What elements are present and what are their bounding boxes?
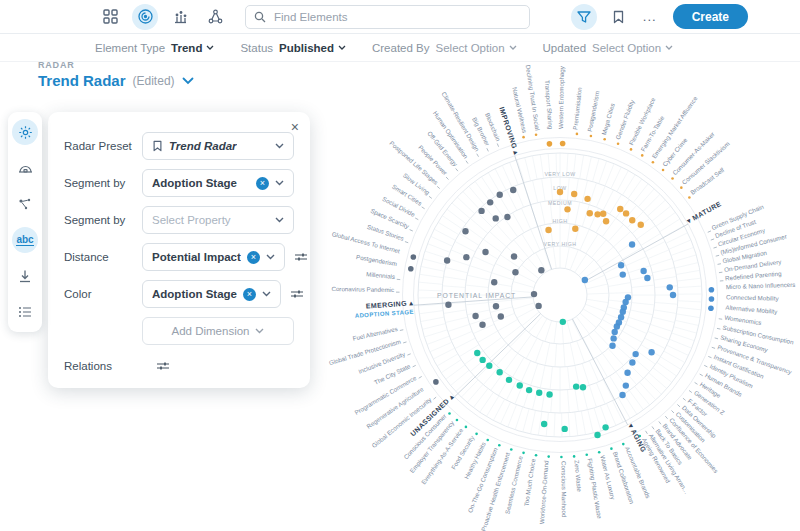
trend-dot[interactable] <box>493 303 499 309</box>
settings-gear-icon[interactable] <box>12 119 38 145</box>
trend-dot[interactable] <box>472 313 478 319</box>
labels-abc-icon[interactable]: abc <box>12 227 38 253</box>
radar-item-label[interactable]: Millennials <box>366 270 395 280</box>
sliders-icon[interactable] <box>290 288 304 300</box>
title-chevron-down-icon[interactable] <box>182 77 194 85</box>
trend-dot[interactable] <box>526 387 532 393</box>
trend-dot[interactable] <box>632 351 638 357</box>
trend-dot[interactable] <box>487 199 493 205</box>
trend-dot[interactable] <box>670 292 676 298</box>
trend-dot[interactable] <box>640 268 646 274</box>
trend-dot[interactable] <box>620 309 626 315</box>
trend-dot[interactable] <box>587 210 593 216</box>
trend-dot[interactable] <box>496 369 502 375</box>
search-input[interactable] <box>272 10 521 24</box>
radar-item-label[interactable]: Postgenderism <box>356 253 398 267</box>
trend-dot[interactable] <box>445 302 451 308</box>
clear-icon[interactable]: × <box>247 251 260 264</box>
radar-item-label[interactable]: Water As Luxury <box>599 455 617 501</box>
trend-dot[interactable] <box>624 370 630 376</box>
trend-dot[interactable] <box>546 391 552 397</box>
trend-dot[interactable] <box>560 319 566 325</box>
trend-dot[interactable] <box>603 218 609 224</box>
radar-item-label[interactable]: Too Much Choice <box>522 458 536 507</box>
trend-dot[interactable] <box>580 384 586 390</box>
trend-dot[interactable] <box>618 262 624 268</box>
radar-item-label[interactable]: Micro & Nano Influencers <box>726 281 796 290</box>
trend-dot[interactable] <box>594 211 600 217</box>
filter-created-by[interactable]: Created By Select Option <box>372 42 517 54</box>
apps-grid-icon[interactable] <box>97 4 123 30</box>
trend-dot[interactable] <box>506 377 512 383</box>
trend-dot[interactable] <box>545 227 551 233</box>
close-icon[interactable]: × <box>291 120 299 134</box>
trend-dot[interactable] <box>504 214 510 220</box>
trend-dot[interactable] <box>572 226 578 232</box>
color-select[interactable]: Adoption Stage × <box>142 280 281 308</box>
create-button[interactable]: Create <box>673 4 748 29</box>
trend-dot[interactable] <box>479 357 485 363</box>
radar-preset-select[interactable]: Trend Radar <box>142 132 294 160</box>
trend-dot[interactable] <box>517 382 523 388</box>
radar-view-icon[interactable] <box>12 155 38 181</box>
trend-dot[interactable] <box>531 291 537 297</box>
trend-dot[interactable] <box>573 383 579 389</box>
trend-dot[interactable] <box>638 222 644 228</box>
trend-dot[interactable] <box>602 424 608 430</box>
trend-dot[interactable] <box>535 303 541 309</box>
trend-dot[interactable] <box>609 343 615 349</box>
radar-item-label[interactable]: Alternative Mobility <box>725 303 778 315</box>
network-icon[interactable] <box>202 4 228 30</box>
radar-item-label[interactable]: Workforce-On-Demand <box>538 460 549 525</box>
trend-dot[interactable] <box>622 299 628 305</box>
trend-dot[interactable] <box>620 271 626 277</box>
trend-dot[interactable] <box>482 249 488 255</box>
radar-item-label[interactable]: Proactive Health Enforcement <box>480 451 511 531</box>
trend-dot[interactable] <box>444 257 450 263</box>
trend-dot[interactable] <box>462 228 468 234</box>
trend-dot[interactable] <box>644 275 650 281</box>
trend-dot[interactable] <box>498 313 504 319</box>
trend-dot[interactable] <box>667 284 673 290</box>
radar-item-label[interactable]: Natural Wellness <box>511 86 528 133</box>
trend-dot[interactable] <box>623 210 629 216</box>
filter-element-type[interactable]: Element Type Trend <box>95 42 214 54</box>
trend-dot[interactable] <box>571 191 577 197</box>
more-ellipsis-icon[interactable]: ... <box>643 9 657 24</box>
trend-dot[interactable] <box>584 196 590 202</box>
sliders-icon[interactable] <box>156 360 170 372</box>
trend-dot[interactable] <box>623 382 629 388</box>
trend-dot[interactable] <box>648 349 654 355</box>
trend-dot[interactable] <box>629 241 635 247</box>
radar-item-label[interactable]: Coronavirus Pandemic <box>331 285 394 293</box>
trend-dot[interactable] <box>582 277 588 283</box>
list-view-icon[interactable] <box>12 299 38 325</box>
radar-item-label[interactable]: Zero Waste <box>573 460 583 493</box>
radar-item-label[interactable]: Premiumisation <box>571 86 582 130</box>
sliders-icon[interactable] <box>294 251 308 263</box>
trend-dot[interactable] <box>629 217 635 223</box>
trend-dot[interactable] <box>610 335 616 341</box>
trend-dot[interactable] <box>629 359 635 365</box>
distance-select[interactable]: Potential Impact × <box>142 243 285 271</box>
trend-dot[interactable] <box>512 269 518 275</box>
clear-icon[interactable]: × <box>243 288 256 301</box>
radar-item-label[interactable]: Conscious Manhood <box>560 461 567 518</box>
radar-item-label[interactable]: Declining Trust In Social <box>525 65 542 131</box>
trend-dot[interactable] <box>479 322 485 328</box>
radar-item-label[interactable]: Postgenderism <box>586 90 601 132</box>
trend-dot[interactable] <box>497 192 503 198</box>
radar-item-label[interactable]: Connected Mobility <box>726 293 780 301</box>
filter-status[interactable]: Status Published <box>240 42 346 54</box>
trend-dot[interactable] <box>564 206 570 212</box>
trend-dot[interactable] <box>493 215 499 221</box>
trend-dot[interactable] <box>541 421 547 427</box>
bookmark-icon[interactable] <box>606 4 632 30</box>
filter-updated[interactable]: Updated Select Option <box>543 42 674 54</box>
logo-radar-icon[interactable] <box>132 4 158 30</box>
trend-dot[interactable] <box>557 189 563 195</box>
radar-item-label[interactable]: Transport Sharing <box>544 80 554 130</box>
filter-icon[interactable] <box>571 4 597 30</box>
trend-dot[interactable] <box>538 267 544 273</box>
trend-dot[interactable] <box>478 208 484 214</box>
